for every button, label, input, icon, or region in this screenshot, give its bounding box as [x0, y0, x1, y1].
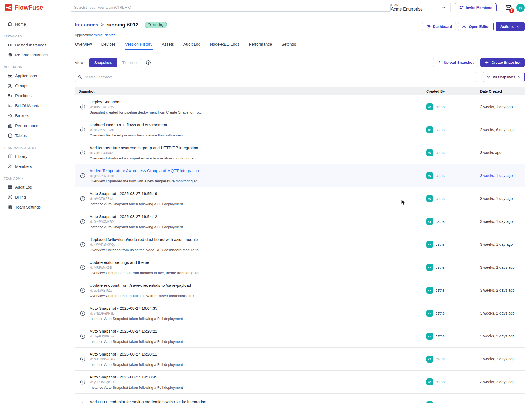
- snapshot-title[interactable]: Updated Node-RED flows and environment: [90, 122, 186, 127]
- clock-icon: [80, 287, 86, 293]
- breadcrumb-instances-link[interactable]: Instances: [75, 22, 98, 28]
- created-by-cell: cs cstns: [426, 333, 480, 340]
- table-row[interactable]: Auto Snapshot - 2025-08-27 19:54:12 id: …: [75, 210, 525, 233]
- sidebar-item-library[interactable]: Library: [0, 151, 67, 161]
- sidebar-item-billing[interactable]: Billing: [0, 192, 67, 202]
- sidebar-item-applications[interactable]: Applications: [0, 71, 67, 81]
- created-by-cell: cs cstns: [426, 172, 480, 179]
- sidebar-item-label: Audit Log: [15, 185, 32, 189]
- sidebar-item-home[interactable]: Home: [0, 19, 67, 29]
- snapshot-description: Instance Auto Snapshot taken following a…: [90, 340, 183, 344]
- created-by-cell: cs cstns: [426, 241, 480, 248]
- table-row[interactable]: Replaced @flowfuse/node-red-dashboard wi…: [75, 233, 525, 256]
- table-row[interactable]: Add temperature awareness group and HTTP…: [75, 141, 525, 164]
- snapshot-title[interactable]: Update editor settings and theme: [90, 260, 202, 265]
- create-snapshot-button[interactable]: Create Snapshot: [480, 58, 525, 67]
- sidebar-item-remote-instances[interactable]: Remote Instances: [0, 50, 67, 60]
- sidebar-item-team-settings[interactable]: Team Settings: [0, 202, 67, 212]
- sidebar-item-members[interactable]: Members: [0, 161, 67, 171]
- date-created: 3 weeks, 2 days ago: [480, 288, 525, 292]
- snapshot-title[interactable]: Auto Snapshot - 2025-08-27 15:28:21: [90, 329, 183, 333]
- sidebar-item-pipelines[interactable]: Pipelines: [0, 91, 67, 101]
- snapshot-title[interactable]: Add HTTP endpoint for saving credentials…: [90, 399, 206, 403]
- tab-devices[interactable]: Devices: [101, 42, 116, 50]
- flowfuse-logo-icon: [5, 4, 12, 11]
- user-avatar[interactable]: cs: [516, 4, 525, 12]
- team-label: TEAM:: [391, 4, 423, 6]
- view-option-timeline[interactable]: Timeline: [117, 58, 142, 67]
- sidebar-item-groups[interactable]: Groups: [0, 81, 67, 91]
- snapshot-title[interactable]: Deploy Snapshot: [90, 100, 202, 104]
- tab-assets[interactable]: Assets: [162, 42, 174, 50]
- table-row[interactable]: Auto Snapshot - 2025-08-27 15:28:21 id: …: [75, 325, 525, 348]
- created-by-name: cstns: [436, 151, 445, 155]
- avatar: cs: [426, 401, 433, 403]
- filter-funnel-icon: [486, 75, 491, 79]
- sidebar-item-bill-of-materials[interactable]: Bill Of Materials: [0, 101, 67, 111]
- sidebar-item-audit-log[interactable]: Audit Log: [0, 182, 67, 192]
- created-by-name: cstns: [436, 334, 445, 338]
- notification-count-badge: 5: [509, 8, 514, 13]
- info-icon[interactable]: [146, 60, 151, 65]
- avatar: cs: [426, 195, 433, 202]
- team-search-input[interactable]: [71, 4, 391, 12]
- dashboard-label: Dashboard: [433, 25, 452, 29]
- tab-performance[interactable]: Performance: [249, 42, 272, 50]
- node-editor-icon: [462, 24, 467, 29]
- tab-version-history[interactable]: Version History: [125, 42, 152, 50]
- snapshot-id: id: X3o6Bw1k9W: [90, 105, 202, 109]
- table-row[interactable]: Auto Snapshot - 2025-08-27 19:55:19 id: …: [75, 187, 525, 210]
- brand-name: FlowFuse: [14, 4, 43, 11]
- table-row[interactable]: Deploy Snapshot id: X3o6Bw1k9W Snapshot …: [75, 95, 525, 118]
- snapshot-title[interactable]: Replaced @flowfuse/node-red-dashboard wi…: [90, 237, 202, 242]
- sidebar-item-label: Bill Of Materials: [15, 103, 43, 108]
- sidebar-item-tables[interactable]: Tables: [0, 131, 67, 141]
- sidebar-item-label: Team Settings: [15, 205, 41, 209]
- table-row[interactable]: Auto Snapshot - 2025-08-27 14:30:45 id: …: [75, 371, 525, 394]
- notifications-button[interactable]: 5: [505, 4, 512, 11]
- snapshot-title[interactable]: Added Temperature Awareness Group and MQ…: [90, 168, 201, 173]
- tab-audit-log[interactable]: Audit Log: [183, 42, 200, 50]
- tables-icon: [7, 133, 13, 138]
- table-row[interactable]: Add HTTP endpoint for saving credentials…: [75, 394, 525, 403]
- table-row[interactable]: Added Temperature Awareness Group and MQ…: [75, 164, 525, 187]
- tab-overview[interactable]: Overview: [75, 42, 92, 50]
- pipelines-icon: [7, 93, 13, 98]
- snapshot-title[interactable]: Add temperature awareness group and HTTP…: [90, 145, 201, 150]
- snapshot-search-input[interactable]: [75, 72, 477, 82]
- sidebar-section-team-admin: TEAM ADMIN: [0, 177, 67, 180]
- snapshot-title[interactable]: Auto Snapshot - 2025-08-27 16:04:35: [90, 306, 183, 310]
- snapshot-title[interactable]: Auto Snapshot - 2025-08-27 14:30:45: [90, 375, 183, 379]
- sidebar-section-team-management: TEAM MANAGEMENT: [0, 146, 67, 149]
- sidebar-item-hosted-instances[interactable]: Hosted Instances: [0, 40, 67, 50]
- snapshot-title[interactable]: Auto Snapshot - 2025-08-27 19:54:12: [90, 214, 183, 219]
- table-row[interactable]: Auto Snapshot - 2025-08-27 16:04:35 id: …: [75, 302, 525, 325]
- open-editor-button[interactable]: Open Editor: [458, 22, 494, 31]
- created-by-name: cstns: [436, 242, 445, 247]
- snapshot-id: id: 0jwPAXMk7O: [90, 220, 183, 224]
- table-row[interactable]: Auto Snapshot - 2025-08-27 15:28:11 id: …: [75, 348, 525, 371]
- tab-settings[interactable]: Settings: [281, 42, 296, 50]
- table-row[interactable]: Update endpoint from /save-credentials t…: [75, 279, 525, 302]
- clock-icon: [80, 241, 86, 248]
- snapshot-id: id: AlRPoMX61j: [90, 266, 202, 269]
- snapshot-filter-dropdown[interactable]: All Snapshots: [483, 72, 525, 82]
- sidebar-item-brokers[interactable]: Brokers: [0, 111, 67, 121]
- tab-node-red-logs[interactable]: Node-RED Logs: [210, 42, 239, 50]
- table-row[interactable]: Update editor settings and theme id: AlR…: [75, 256, 525, 279]
- invite-members-button[interactable]: Invite Members: [455, 3, 497, 12]
- application-link[interactable]: Acme Plantzz: [94, 33, 115, 37]
- snapshot-title[interactable]: Auto Snapshot - 2025-08-27 19:55:19: [90, 191, 183, 196]
- table-row[interactable]: Updated Node-RED flows and environment i…: [75, 118, 525, 141]
- sidebar-item-performance[interactable]: Performance: [0, 121, 67, 131]
- actions-button[interactable]: Actions: [496, 22, 525, 31]
- view-option-snapshots[interactable]: Snapshots: [89, 58, 117, 67]
- upload-snapshot-button[interactable]: Upload Snapshot: [433, 58, 478, 67]
- dashboard-button[interactable]: Dashboard: [422, 22, 456, 31]
- sidebar-item-label: Groups: [15, 83, 28, 88]
- snapshot-title[interactable]: Update endpoint from /save-credentials t…: [90, 283, 198, 288]
- performance-icon: [7, 123, 13, 128]
- snapshot-title[interactable]: Auto Snapshot - 2025-08-27 15:28:11: [90, 352, 183, 356]
- team-selector[interactable]: TEAM: Acme Enterprise: [391, 4, 446, 12]
- flowfuse-logo[interactable]: FlowFuse: [0, 4, 67, 11]
